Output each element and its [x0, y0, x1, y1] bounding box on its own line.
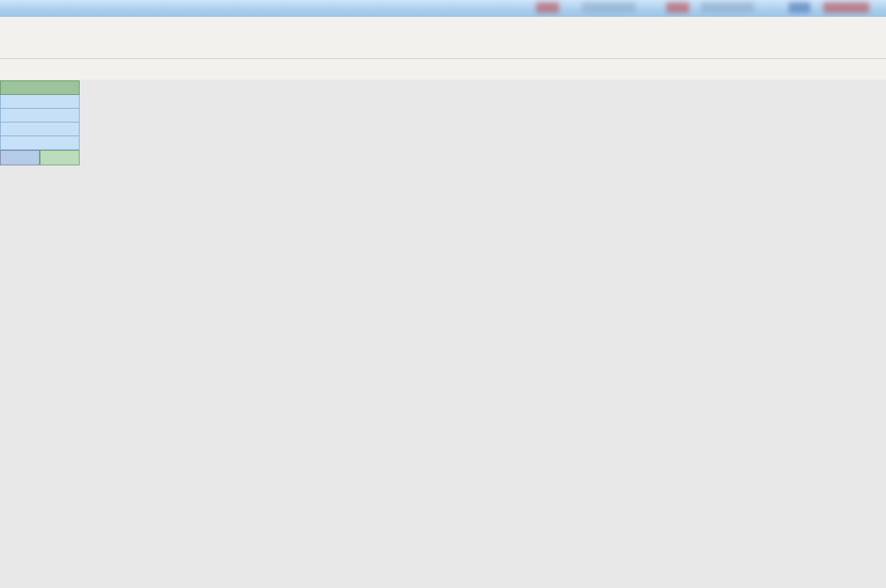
application-window: { "window": { "title": "赢家江恩专业版[赢家服务平台] …	[0, 0, 886, 588]
index-info-panel	[0, 80, 80, 165]
blurred-item	[582, 2, 636, 13]
blurred-item	[789, 2, 810, 13]
price-value	[0, 95, 80, 109]
blurred-item	[823, 2, 869, 13]
gann-wheel[interactable]	[0, 80, 886, 588]
gann-wheel-chart-area[interactable]	[0, 80, 886, 588]
time-value	[0, 109, 80, 122]
menu-bar	[0, 17, 886, 38]
calc-support-button[interactable]	[40, 150, 80, 165]
blurred-item	[701, 2, 754, 13]
blurred-item	[666, 2, 689, 13]
index-name	[0, 80, 80, 95]
transform-coefficient	[0, 122, 80, 136]
title-bar	[0, 0, 886, 18]
blurred-item	[536, 2, 559, 13]
step-length	[0, 136, 80, 150]
calc-resistance-button[interactable]	[0, 150, 40, 165]
function-toolbar	[0, 59, 886, 80]
main-toolbar	[0, 37, 886, 59]
